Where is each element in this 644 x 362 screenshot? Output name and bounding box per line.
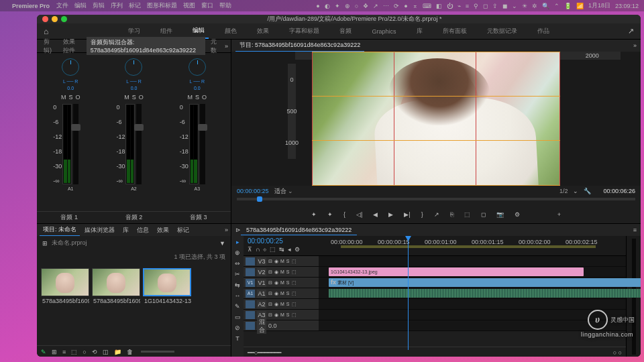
track-label[interactable]: V2	[257, 268, 266, 276]
transport-button-0[interactable]: ✦	[311, 211, 317, 218]
timeline-timecode[interactable]: 00:00:00:25	[248, 237, 327, 245]
track-toggle[interactable]: ◉	[274, 269, 278, 275]
status-icon[interactable]: ⌁	[458, 3, 461, 9]
menubar-time[interactable]: 23:09:12	[615, 3, 639, 9]
project-tab-0[interactable]: 项目: 未命名	[40, 224, 80, 236]
transport-button-12[interactable]: 📷	[496, 211, 504, 218]
status-icon[interactable]: 📶	[576, 3, 584, 9]
wrench-icon[interactable]: 🔧	[584, 188, 591, 194]
status-icon[interactable]: ✦	[335, 3, 340, 9]
transport-button-9[interactable]: ⎘	[450, 211, 453, 218]
track-toggle[interactable]: ◉	[274, 291, 278, 296]
project-footer-button-2[interactable]: ≡	[62, 349, 66, 355]
workspace-tab-4[interactable]: 效果	[253, 24, 273, 38]
workspace-tab-0[interactable]: 学习	[124, 24, 144, 38]
timeline-option-icon[interactable]: ⊼	[248, 246, 252, 253]
track-toggle[interactable]: ⬚	[292, 280, 297, 286]
minimize-icon[interactable]	[52, 16, 58, 22]
timeline-playhead[interactable]	[408, 236, 409, 350]
status-icon[interactable]: ⋯	[383, 3, 389, 9]
audio-clip[interactable]	[329, 289, 641, 298]
status-icon[interactable]: ⌃	[554, 3, 559, 9]
app-name[interactable]: Premiere Pro	[12, 3, 50, 9]
track-toggle[interactable]: ◉	[274, 259, 278, 264]
menu-编辑[interactable]: 编辑	[74, 1, 87, 10]
timeline-ruler[interactable]: 00:00:00:0000:00:00:1500:00:01:0000:00:0…	[331, 236, 626, 255]
project-tab-2[interactable]: 库	[119, 225, 132, 236]
status-icon[interactable]: ❖	[363, 3, 368, 9]
track-target[interactable]	[246, 311, 255, 319]
track-toggle[interactable]: M	[280, 291, 284, 296]
tool-8[interactable]: ⊘	[235, 324, 240, 331]
status-icon[interactable]: ⟳	[394, 3, 399, 9]
track-toggle[interactable]: ◉	[274, 280, 278, 286]
workspace-tab-10[interactable]: 元数据记录	[483, 24, 521, 38]
thumbnail[interactable]	[41, 268, 89, 296]
project-item-0[interactable]: 578a38495bf1609...	[41, 268, 89, 304]
track-toggle[interactable]: ⊟	[268, 259, 272, 264]
track-target[interactable]: V1	[246, 279, 255, 287]
status-icon[interactable]: ●	[404, 3, 407, 9]
transport-button-5[interactable]: ▶	[388, 211, 393, 218]
video-canvas[interactable]	[312, 52, 560, 186]
project-footer-button-1[interactable]: ⊞	[52, 349, 57, 355]
thumbnail[interactable]	[143, 268, 191, 296]
track-label[interactable]: V3	[257, 257, 266, 265]
project-tab-1[interactable]: 媒体浏览器	[81, 225, 118, 236]
track-label[interactable]: V1	[257, 279, 266, 287]
filter-icon[interactable]: ▼	[219, 240, 225, 247]
tool-0[interactable]: ▸	[236, 239, 239, 245]
track-target[interactable]	[246, 268, 255, 276]
track-toggle[interactable]: ⬚	[292, 312, 297, 318]
program-timecode[interactable]: 00:00:00:25	[237, 188, 269, 194]
transport-button-7[interactable]: }	[421, 211, 423, 218]
timeline-menu-icon[interactable]: ⊳	[235, 227, 241, 233]
o-button[interactable]: O	[75, 94, 80, 101]
track-toggle[interactable]: ⬚	[292, 269, 297, 275]
track-toggle[interactable]: ⊟	[268, 291, 272, 296]
m-button[interactable]: M	[188, 94, 193, 101]
track-toggle[interactable]: S	[286, 312, 290, 317]
pan-knob[interactable]	[125, 58, 142, 76]
track-header-A1[interactable]: A1 A1⊟◉MS⬚	[244, 288, 319, 298]
pan-knob[interactable]	[189, 58, 206, 76]
track-toggle[interactable]: S	[286, 280, 290, 285]
scrub-playhead[interactable]	[257, 196, 262, 202]
program-viewer[interactable]: -5000500100015002000 05001000	[231, 52, 641, 186]
menu-剪辑[interactable]: 剪辑	[93, 1, 105, 10]
tool-7[interactable]: ▭	[235, 314, 241, 320]
tool-5[interactable]: ↔	[235, 292, 241, 299]
clip[interactable]: fx 素材 [V]	[329, 278, 641, 287]
timeline-option-icon[interactable]: ⚙	[294, 246, 300, 253]
timeline-zoom-slider[interactable]: ━━○━━━━━━━	[248, 349, 281, 356]
timeline-option-icon[interactable]: ↹	[279, 246, 284, 253]
status-icon[interactable]: ✲	[532, 3, 537, 9]
o-button[interactable]: O	[139, 94, 144, 101]
sequence-tab[interactable]: 578a38495bf16091d84e863c92a39222	[241, 225, 357, 235]
track-toggle[interactable]: ◉	[274, 312, 278, 318]
workspace-tab-7[interactable]: Graphics	[368, 25, 400, 38]
project-item-1[interactable]: 578a38495bf1609...	[92, 268, 140, 304]
project-tab-4[interactable]: 效果	[154, 225, 172, 236]
project-footer-button-3[interactable]: ⬚	[71, 349, 77, 355]
bin-icon[interactable]: ⊞	[42, 240, 48, 247]
track-toggle[interactable]: M	[280, 302, 284, 306]
status-icon[interactable]: 🔋	[564, 3, 572, 9]
track-toggle[interactable]: S	[286, 269, 290, 274]
track-toggle[interactable]: ⊟	[268, 302, 272, 307]
workspace-tab-11[interactable]: 作品	[533, 24, 553, 38]
transport-button-13[interactable]: ⚙	[515, 211, 520, 218]
workspace-tab-1[interactable]: 组件	[156, 24, 176, 38]
track-toggle[interactable]: ⊟	[268, 312, 272, 318]
clip[interactable]: 1G104143432-13.jpeg	[329, 267, 584, 276]
tool-3[interactable]: ✂	[235, 271, 240, 278]
program-tab[interactable]: 节目: 578a38495bf16091d84e863c92a39222	[235, 40, 364, 52]
track-header-A2[interactable]: A2⊟◉MS⬚	[244, 299, 319, 309]
status-icon[interactable]: ≡	[466, 3, 469, 9]
status-icon[interactable]: ◼	[502, 3, 507, 9]
tool-4[interactable]: ⇆	[235, 282, 240, 288]
track-toggle[interactable]: S	[286, 302, 290, 306]
volume-fader[interactable]	[136, 104, 142, 184]
project-item-2[interactable]: 1G104143432-13.jpeg	[143, 268, 191, 304]
volume-fader[interactable]	[200, 104, 205, 184]
